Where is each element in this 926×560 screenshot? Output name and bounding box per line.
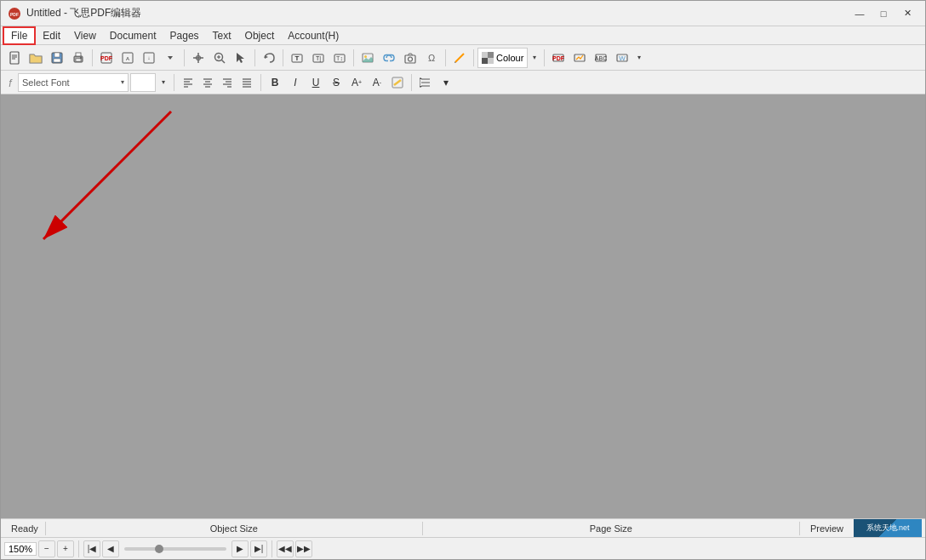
menu-edit[interactable]: Edit <box>36 26 67 45</box>
symbol-button[interactable]: Ω <box>421 48 442 68</box>
image-button[interactable] <box>357 48 378 68</box>
align-right-button[interactable] <box>218 73 237 92</box>
app-icon: PDF <box>8 7 21 20</box>
select-button[interactable] <box>231 48 251 68</box>
toolbar2-sep-2 <box>260 74 261 91</box>
toolbar2-sep-3 <box>411 74 412 91</box>
export3-button[interactable]: ↓ <box>139 48 159 68</box>
status-object-size-text: Object Size <box>46 523 422 534</box>
toolbar-sep-6 <box>445 49 446 66</box>
svg-marker-75 <box>420 86 422 88</box>
link-button[interactable] <box>379 48 399 68</box>
svg-text:PDF: PDF <box>10 12 19 17</box>
text-tool-button[interactable]: T| <box>308 48 329 68</box>
text-flow-button[interactable]: T↕ <box>329 48 350 68</box>
zoom-out-button[interactable]: − <box>38 540 55 557</box>
colour-label: Colour <box>496 53 523 63</box>
superscript-button[interactable]: A+ <box>347 73 366 92</box>
toolbar-sep-8 <box>544 49 545 66</box>
svg-rect-8 <box>54 59 60 62</box>
new-button[interactable] <box>4 48 25 68</box>
font-select[interactable]: Select Font ▾ <box>18 73 129 92</box>
strikethrough-button[interactable]: S <box>327 73 346 92</box>
nav-forward-button[interactable]: ▶▶ <box>295 540 312 557</box>
next-page-button[interactable]: ▶ <box>232 540 249 557</box>
svg-point-34 <box>364 55 367 58</box>
page-slider-thumb[interactable] <box>155 545 163 553</box>
subscript-button[interactable]: A- <box>368 73 386 92</box>
svg-text:Ω: Ω <box>428 53 435 63</box>
svg-text:T|: T| <box>316 55 321 62</box>
toolbar2-sep-1 <box>174 74 174 91</box>
close-button[interactable]: ✕ <box>896 5 918 22</box>
menu-bar: File Edit View Document Pages Text Objec… <box>1 26 925 45</box>
rtool-dropdown-button[interactable]: ▾ <box>633 48 645 68</box>
prev-page-button[interactable]: ◀ <box>102 540 119 557</box>
page-slider-track[interactable] <box>124 547 226 551</box>
rtool2-button[interactable] <box>569 48 590 68</box>
menu-account[interactable]: Account(H) <box>281 26 346 45</box>
svg-marker-74 <box>420 77 422 79</box>
rtool4-button[interactable]: W <box>612 48 632 68</box>
spacing-dropdown-button[interactable]: ▾ <box>437 73 455 92</box>
font-size-dropdown-button[interactable]: ▾ <box>157 72 169 93</box>
align-group <box>179 73 256 92</box>
line-spacing-button[interactable] <box>416 73 435 92</box>
toolbar-sep-1 <box>92 49 93 66</box>
svg-line-38 <box>455 54 464 62</box>
text-insert-button[interactable]: T <box>287 48 307 68</box>
svg-point-12 <box>80 57 82 59</box>
pan-button[interactable] <box>188 48 209 68</box>
export-button[interactable]: PDF <box>96 48 117 68</box>
status-watermark-text: 系统天地.net <box>866 523 910 534</box>
nav-bar: 150% − + |◀ ◀ ▶ ▶| ◀◀ ▶▶ <box>1 537 925 559</box>
rtool3-button[interactable]: ABC <box>591 48 611 68</box>
print-button[interactable] <box>68 48 89 68</box>
svg-rect-35 <box>405 55 415 63</box>
align-left-button[interactable] <box>179 73 197 92</box>
save-button[interactable] <box>47 48 67 68</box>
align-center-button[interactable] <box>198 73 217 92</box>
open-button[interactable] <box>26 48 46 68</box>
menu-file[interactable]: File <box>3 26 36 45</box>
nav-sep-2 <box>272 540 272 557</box>
svg-line-22 <box>222 60 226 63</box>
align-justify-button[interactable] <box>237 73 256 92</box>
dropdown1-button[interactable] <box>160 48 180 68</box>
svg-rect-7 <box>54 53 60 57</box>
bold-button[interactable]: B <box>266 73 284 92</box>
rtool1-button[interactable]: PDF <box>548 48 569 68</box>
italic-button[interactable]: I <box>286 73 305 92</box>
nav-back-button[interactable]: ◀◀ <box>277 540 294 557</box>
highlight-button[interactable] <box>388 73 407 92</box>
svg-text:PDF: PDF <box>552 55 565 61</box>
svg-text:PDF: PDF <box>100 55 113 61</box>
maximize-button[interactable]: □ <box>872 5 895 22</box>
toolbar-sep-3 <box>254 49 255 66</box>
underline-button[interactable]: U <box>306 73 325 92</box>
zoom-button[interactable] <box>209 48 230 68</box>
main-canvas <box>1 94 925 518</box>
menu-object[interactable]: Object <box>238 26 282 45</box>
minimize-button[interactable]: — <box>849 5 871 22</box>
menu-pages[interactable]: Pages <box>163 26 206 45</box>
first-page-button[interactable]: |◀ <box>83 540 100 557</box>
undo-button[interactable] <box>259 48 279 68</box>
svg-text:↓: ↓ <box>148 55 151 60</box>
title-left: PDF Untitled - 飞思PDF编辑器 <box>8 6 141 20</box>
nav-sep-1 <box>78 540 79 557</box>
status-watermark: 系统天地.net <box>854 519 922 538</box>
font-size-input[interactable] <box>130 73 156 92</box>
svg-marker-26 <box>265 55 268 59</box>
zoom-in-button[interactable]: + <box>57 540 74 557</box>
last-page-button[interactable]: ▶| <box>250 540 267 557</box>
colour-dropdown-button[interactable]: ▾ <box>529 48 540 68</box>
menu-view[interactable]: View <box>67 26 103 45</box>
svg-text:T↕: T↕ <box>336 55 343 61</box>
export2-button[interactable]: A <box>117 48 138 68</box>
toolbar-sep-4 <box>283 49 283 66</box>
camera-button[interactable] <box>400 48 420 68</box>
pen-button[interactable] <box>449 48 470 68</box>
menu-document[interactable]: Document <box>103 26 163 45</box>
menu-text[interactable]: Text <box>206 26 238 45</box>
